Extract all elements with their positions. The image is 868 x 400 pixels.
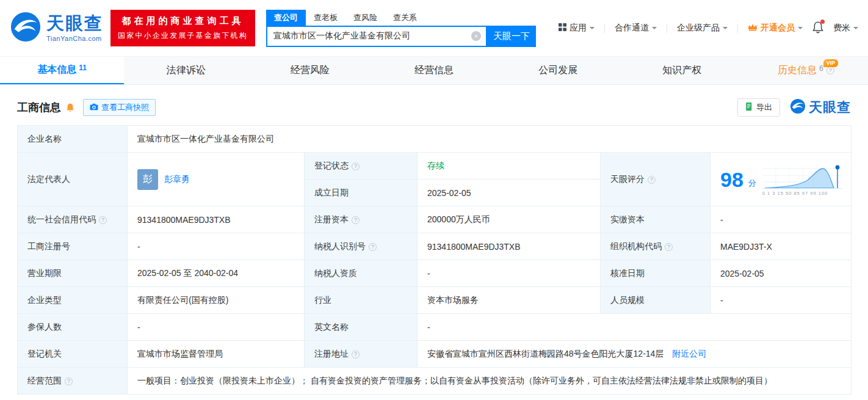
clear-search-icon[interactable]: × bbox=[471, 31, 481, 41]
help-icon[interactable]: ? bbox=[665, 243, 673, 251]
help-icon[interactable]: ? bbox=[65, 377, 73, 385]
nearby-companies-link[interactable]: 附近公司 bbox=[672, 349, 706, 358]
legal-rep-value: 彭 彭章勇 bbox=[128, 153, 305, 206]
legal-rep-avatar[interactable]: 彭 bbox=[137, 169, 158, 190]
nav-divider bbox=[667, 24, 667, 33]
establish-date-value: 2025-02-05 bbox=[418, 180, 601, 206]
score-axis-labels: 0 1 3 15 50 85 97 99 100 bbox=[762, 191, 842, 196]
export-button[interactable]: 导出 bbox=[737, 98, 780, 117]
section-title: 工商信息 bbox=[17, 100, 61, 115]
help-icon[interactable]: ? bbox=[648, 176, 656, 184]
field-label: 营业期限 bbox=[18, 260, 128, 287]
tianyancha-logo[interactable]: 天眼查 TianYanCha.com bbox=[10, 11, 103, 45]
legal-rep-link[interactable]: 彭章勇 bbox=[164, 174, 190, 185]
tianyancha-logo-icon bbox=[790, 98, 806, 117]
tab-legal-litigation[interactable]: 法律诉讼 bbox=[124, 57, 248, 84]
tab-operating-risk[interactable]: 经营风险 bbox=[248, 57, 372, 84]
score-value: 98 分 0 1 3 15 50 85 97 99 100 bbox=[711, 153, 852, 206]
help-icon[interactable]: ? bbox=[99, 216, 107, 224]
field-label: 企业类型 bbox=[18, 287, 128, 314]
staff-size-value: - bbox=[711, 287, 852, 314]
field-label: 天眼评分? bbox=[601, 153, 711, 206]
search-tab-company[interactable]: 查公司 bbox=[266, 10, 306, 26]
notification-bell-icon[interactable] bbox=[812, 21, 823, 35]
tab-history-info[interactable]: VIP 历史信息 6 ? bbox=[744, 57, 868, 84]
table-row: 企业类型 有限责任公司(国有控股) 行业 资本市场服务 人员规模 - bbox=[18, 287, 852, 314]
business-info-table: 企业名称 宣城市市区一体化产业基金有限公司 法定代表人 彭 彭章勇 登记状态? … bbox=[17, 125, 852, 395]
table-row: 工商注册号 - 纳税人识别号? 91341800MAE9DJ3TXB 组织机构代… bbox=[18, 233, 852, 260]
search-area: 查公司 查老板 查风险 查关系 × 天眼一下 bbox=[266, 10, 536, 47]
search-tabs: 查公司 查老板 查风险 查关系 bbox=[266, 10, 536, 26]
chevron-down-icon bbox=[652, 27, 657, 32]
field-label: 注册地址? bbox=[305, 341, 418, 368]
reg-status-value: 存续 bbox=[418, 153, 601, 180]
tab-basic-info[interactable]: 基本信息 11 bbox=[0, 57, 124, 84]
help-icon[interactable]: ? bbox=[352, 216, 360, 224]
field-label: 参保人数 bbox=[18, 314, 128, 341]
reg-capital-value: 200000万人民币 bbox=[418, 206, 601, 233]
company-name-value: 宣城市市区一体化产业基金有限公司 bbox=[128, 126, 852, 153]
table-row: 法定代表人 彭 彭章勇 登记状态? 存续 天眼评分? 98 分 bbox=[18, 153, 852, 180]
search-tab-relation[interactable]: 查关系 bbox=[385, 10, 425, 26]
tab-count: 6 bbox=[819, 64, 823, 73]
chevron-down-icon bbox=[798, 27, 803, 32]
slogan-line1: 都在用的商业查询工具 bbox=[118, 15, 248, 27]
field-label: 登记状态? bbox=[305, 153, 418, 180]
reg-address-value: 安徽省宣城市宣州区西林街道梅园路48号金色阳光大厦12-14层 附近公司 bbox=[418, 341, 852, 368]
field-label: 成立日期 bbox=[305, 180, 418, 206]
help-icon[interactable]: ? bbox=[352, 162, 360, 170]
company-type-value: 有限责任公司(国有控股) bbox=[128, 287, 305, 314]
logo-domain: TianYanCha.com bbox=[46, 35, 103, 42]
org-code-value: MAE9DJ3T-X bbox=[711, 233, 852, 260]
table-row: 参保人数 - 英文名称 - bbox=[18, 314, 852, 341]
nav-cooperation[interactable]: 合作通道 bbox=[615, 23, 657, 34]
nav-user-account[interactable]: 费米 bbox=[833, 23, 858, 34]
nav-enterprise[interactable]: 企业级产品 bbox=[677, 23, 728, 34]
slogan-line2: 国家中小企业发展子基金旗下机构 bbox=[118, 31, 248, 41]
insured-count-value: - bbox=[128, 314, 305, 341]
tab-operating-info[interactable]: 经营信息 bbox=[372, 57, 496, 84]
taxpayer-quality-value: - bbox=[418, 260, 601, 287]
slogan-badge: 都在用的商业查询工具 国家中小企业发展子基金旗下机构 bbox=[110, 10, 255, 46]
tianyancha-watermark: 天眼查 bbox=[790, 98, 851, 117]
tab-company-development[interactable]: 公司发展 bbox=[496, 57, 620, 84]
tianyancha-logo-icon bbox=[10, 11, 42, 45]
field-label: 企业名称 bbox=[18, 126, 128, 153]
search-input[interactable] bbox=[267, 27, 486, 46]
search-box: × bbox=[266, 26, 487, 47]
notification-dot bbox=[820, 20, 825, 24]
nav-vip-upgrade[interactable]: 开通会员 bbox=[748, 23, 803, 34]
tab-intellectual-property[interactable]: 知识产权 bbox=[620, 57, 744, 84]
nav-apps[interactable]: 应用 bbox=[559, 23, 595, 34]
search-tab-boss[interactable]: 查老板 bbox=[306, 10, 345, 26]
english-name-value: - bbox=[418, 314, 852, 341]
business-term-value: 2025-02-05 至 2040-02-04 bbox=[128, 260, 305, 287]
field-label: 统一社会信用代码? bbox=[18, 206, 128, 233]
table-row: 企业名称 宣城市市区一体化产业基金有限公司 bbox=[18, 126, 852, 153]
logo-name: 天眼查 bbox=[46, 15, 103, 32]
top-nav: 应用 合作通道 企业级产品 开通会员 费米 bbox=[559, 21, 858, 35]
credit-code-value: 91341800MAE9DJ3TXB bbox=[128, 206, 305, 233]
nav-divider bbox=[737, 24, 738, 33]
help-icon[interactable]: ? bbox=[826, 67, 834, 75]
approval-date-value: 2025-02-05 bbox=[711, 260, 852, 287]
field-label: 核准日期 bbox=[601, 260, 711, 287]
paid-capital-value: - bbox=[711, 206, 852, 233]
reg-number-value: - bbox=[128, 233, 305, 260]
taxpayer-id-value: 91341800MAE9DJ3TXB bbox=[418, 233, 601, 260]
field-label: 纳税人识别号? bbox=[305, 233, 418, 260]
help-icon[interactable]: ? bbox=[369, 243, 377, 251]
search-tab-risk[interactable]: 查风险 bbox=[345, 10, 385, 26]
tab-count: 11 bbox=[79, 64, 87, 72]
chevron-down-icon bbox=[590, 27, 595, 32]
nav-divider bbox=[604, 24, 605, 33]
apps-grid-icon bbox=[559, 23, 566, 33]
search-button[interactable]: 天眼一下 bbox=[487, 26, 536, 47]
business-snapshot-button[interactable]: 查看工商快照 bbox=[83, 99, 156, 116]
page-tab-bar: 基本信息 11 法律诉讼 经营风险 经营信息 公司发展 知识产权 VIP 历史信… bbox=[0, 56, 868, 85]
monitor-bell-icon[interactable] bbox=[66, 103, 74, 112]
help-icon[interactable]: ? bbox=[352, 351, 360, 358]
industry-value: 资本市场服务 bbox=[418, 287, 601, 314]
field-label: 人员规模 bbox=[601, 287, 711, 314]
header: 天眼查 TianYanCha.com 都在用的商业查询工具 国家中小企业发展子基… bbox=[0, 0, 868, 56]
